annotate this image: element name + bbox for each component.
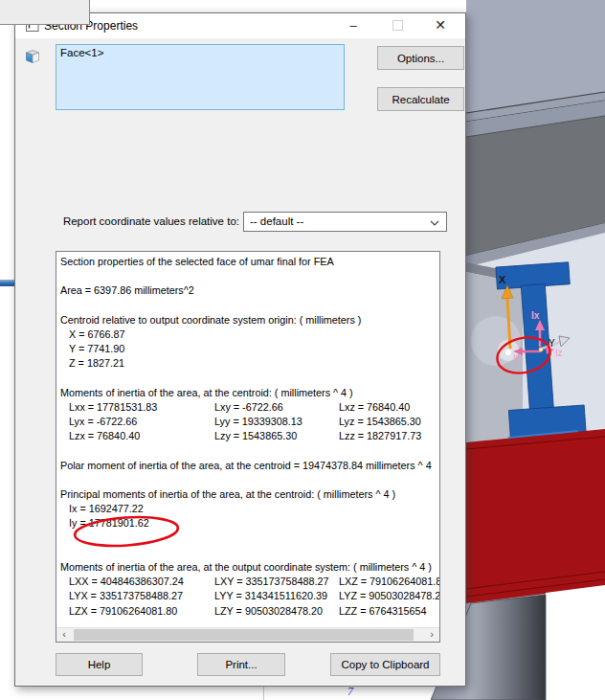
report-line: Lxx = 17781531.83Lxy = -6722.66Lxz = 768…: [60, 400, 439, 415]
face-selection-cube-icon: [24, 49, 41, 65]
report-line: X = 6766.87: [60, 327, 439, 342]
report-line: Area = 6397.86 millimeters^2: [60, 283, 439, 298]
report-cell: LXZ = 79106264081.80: [339, 576, 439, 587]
report-cell: LZZ = 6764315654: [339, 605, 427, 617]
background-panel: [0, 0, 90, 25]
centroid-dot: [539, 348, 543, 351]
white-floor: [546, 585, 605, 700]
dropdown-value: -- default --: [250, 215, 303, 227]
maximize-icon: [392, 20, 403, 31]
report-cell: Lxx = 17781531.83: [69, 400, 214, 415]
report-line: Ix = 1692477.22: [60, 502, 439, 516]
x-axis-label: X: [499, 274, 506, 285]
chevron-down-icon: [430, 220, 439, 226]
report-line: Section properties of the selected face …: [60, 255, 439, 269]
report-line: Lzx = 76840.40Lzy = 1543865.30Lzz = 1827…: [60, 429, 439, 443]
report-cell: Lzx = 76840.40: [69, 429, 214, 443]
section-properties-dialog: Section Properties – ✕ Face<1> Options..…: [14, 12, 466, 687]
coordinate-system-label: Report coordinate values relative to:: [54, 215, 239, 227]
report-cell: Lxz = 76840.40: [339, 401, 410, 413]
help-button[interactable]: Help: [56, 653, 143, 676]
report-line: [60, 473, 439, 487]
dimension-text: 7: [347, 685, 353, 699]
report-line: Moments of inertia of the area, at the c…: [60, 386, 439, 400]
drawing-border-line: [263, 687, 264, 700]
report-cell: Lyx = -6722.66: [69, 415, 214, 429]
report-line: Moments of inertia of the area, at the o…: [60, 560, 439, 575]
report-cell: LYX = 335173758488.27: [69, 589, 214, 603]
report-cell: Lxy = -6722.66: [214, 400, 339, 415]
report-line: [60, 443, 439, 458]
report-line: Lyx = -6722.66Lyy = 19339308.13Lyz = 154…: [60, 415, 439, 429]
report-line: Principal moments of inertia of the area…: [60, 487, 439, 502]
report-line: [60, 546, 439, 560]
report-line: [60, 372, 439, 386]
screen: X Y Ix Iy Iz 7 Section Properties – ✕: [0, 0, 605, 700]
maximize-button[interactable]: [383, 14, 412, 36]
report-cell: Lzy = 1543865.30: [214, 429, 339, 443]
coordinate-system-dropdown[interactable]: -- default --: [243, 212, 447, 232]
scroll-left-arrow[interactable]: ‹: [56, 628, 72, 642]
selection-item[interactable]: Face<1>: [60, 47, 103, 58]
horizontal-scrollbar[interactable]: ‹ ›: [56, 627, 439, 642]
section-report[interactable]: Section properties of the selected face …: [56, 251, 440, 643]
report-cell: Lzz = 1827917.73: [339, 430, 421, 441]
scroll-thumb[interactable]: [74, 629, 414, 641]
selection-listbox[interactable]: Face<1>: [56, 44, 345, 110]
report-line: Centroid relative to output coordinate s…: [60, 313, 439, 327]
report-line: Z = 1827.21: [60, 356, 439, 371]
red-slab: [466, 429, 605, 603]
options-button[interactable]: Options...: [377, 46, 464, 70]
report-cell: LZX = 79106264081.80: [69, 604, 214, 619]
ix-axis-label: Ix: [531, 310, 540, 321]
report-line: [60, 299, 439, 313]
report-text: Section properties of the selected face …: [56, 252, 439, 627]
vertex-dot: [505, 350, 512, 356]
report-cell: LYZ = 90503028478.20: [339, 590, 439, 601]
recalculate-button[interactable]: Recalculate: [377, 87, 464, 111]
report-line: Polar moment of inertia of the area, at …: [60, 459, 439, 473]
background-blue-stripe: [0, 280, 14, 286]
print-button[interactable]: Print...: [197, 653, 285, 676]
report-cell: LXY = 335173758488.27: [214, 575, 339, 589]
copy-to-clipboard-button[interactable]: Copy to Clipboard: [330, 653, 440, 676]
report-cell: LYY = 314341511620.39: [214, 589, 339, 603]
iy-axis-label: Iy: [513, 352, 521, 362]
report-line: [60, 531, 439, 546]
report-cell: Lyz = 1543865.30: [339, 416, 421, 427]
minimize-button[interactable]: –: [339, 14, 368, 36]
report-line: LXX = 404846386307.24LXY = 335173758488.…: [60, 575, 439, 589]
report-cell: LXX = 404846386307.24: [69, 575, 214, 589]
iz-axis-label: Iz: [555, 348, 563, 358]
report-line: Iy = 17781901.62: [60, 516, 439, 531]
close-button[interactable]: ✕: [426, 14, 455, 36]
report-cell: LZY = 90503028478.20: [214, 604, 339, 619]
report-line: Y = 7741.90: [60, 342, 439, 356]
scroll-right-arrow[interactable]: ›: [424, 628, 439, 642]
report-line: [60, 269, 439, 283]
report-line: LYX = 335173758488.27LYY = 314341511620.…: [60, 589, 439, 603]
report-line: LZX = 79106264081.80LZY = 90503028478.20…: [60, 604, 439, 619]
report-cell: Lyy = 19339308.13: [214, 415, 339, 429]
